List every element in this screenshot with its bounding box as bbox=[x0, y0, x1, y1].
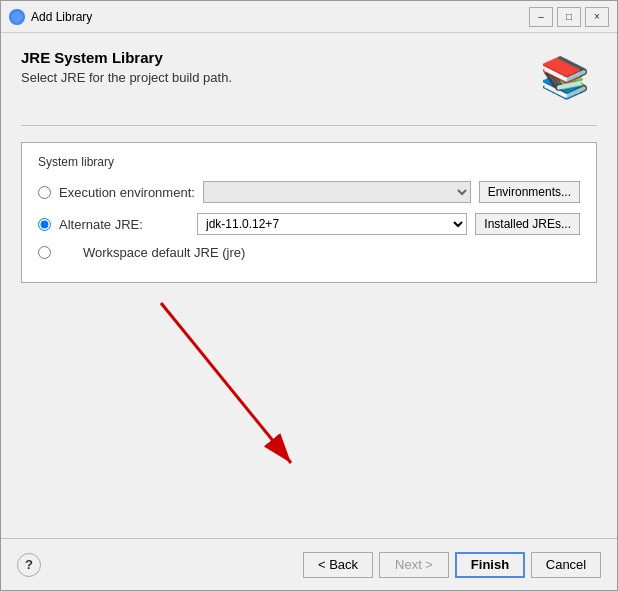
red-arrow bbox=[101, 283, 381, 503]
window-controls: – □ × bbox=[529, 7, 609, 27]
main-area bbox=[21, 283, 597, 522]
alternate-jre-row: Alternate JRE: jdk-11.0.12+7 Installed J… bbox=[38, 213, 580, 235]
svg-line-1 bbox=[161, 303, 291, 463]
header-text: JRE System Library Select JRE for the pr… bbox=[21, 49, 232, 85]
content-area: JRE System Library Select JRE for the pr… bbox=[1, 33, 617, 538]
page-title: JRE System Library bbox=[21, 49, 232, 66]
next-button[interactable]: Next > bbox=[379, 552, 449, 578]
maximize-button[interactable]: □ bbox=[557, 7, 581, 27]
system-library-group: System library Execution environment: En… bbox=[21, 142, 597, 283]
title-bar-left: Add Library bbox=[9, 9, 92, 25]
add-library-window: Add Library – □ × JRE System Library Sel… bbox=[0, 0, 618, 591]
execution-env-dropdown[interactable] bbox=[203, 181, 471, 203]
close-button[interactable]: × bbox=[585, 7, 609, 27]
execution-env-row: Execution environment: Environments... bbox=[38, 181, 580, 203]
alternate-jre-label: Alternate JRE: bbox=[59, 217, 189, 232]
books-icon-container: 📚 bbox=[533, 49, 597, 105]
cancel-button[interactable]: Cancel bbox=[531, 552, 601, 578]
title-bar: Add Library – □ × bbox=[1, 1, 617, 33]
footer: ? < Back Next > Finish Cancel bbox=[1, 538, 617, 590]
alternate-jre-dropdown[interactable]: jdk-11.0.12+7 bbox=[197, 213, 467, 235]
group-title: System library bbox=[38, 155, 580, 169]
workspace-default-label: Workspace default JRE (jre) bbox=[83, 245, 245, 260]
finish-button[interactable]: Finish bbox=[455, 552, 525, 578]
environments-button[interactable]: Environments... bbox=[479, 181, 580, 203]
help-button[interactable]: ? bbox=[17, 553, 41, 577]
workspace-default-radio[interactable] bbox=[38, 246, 51, 259]
alternate-jre-radio[interactable] bbox=[38, 218, 51, 231]
footer-buttons: < Back Next > Finish Cancel bbox=[303, 552, 601, 578]
header-separator bbox=[21, 125, 597, 126]
page-subtitle: Select JRE for the project build path. bbox=[21, 70, 232, 85]
execution-env-radio[interactable] bbox=[38, 186, 51, 199]
app-icon bbox=[9, 9, 25, 25]
back-button[interactable]: < Back bbox=[303, 552, 373, 578]
header-section: JRE System Library Select JRE for the pr… bbox=[21, 49, 597, 105]
books-icon: 📚 bbox=[540, 57, 590, 97]
minimize-button[interactable]: – bbox=[529, 7, 553, 27]
footer-left: ? bbox=[17, 553, 41, 577]
window-title: Add Library bbox=[31, 10, 92, 24]
workspace-default-row: Workspace default JRE (jre) bbox=[38, 245, 580, 260]
installed-jres-button[interactable]: Installed JREs... bbox=[475, 213, 580, 235]
execution-env-label: Execution environment: bbox=[59, 185, 195, 200]
arrow-container bbox=[21, 283, 597, 522]
